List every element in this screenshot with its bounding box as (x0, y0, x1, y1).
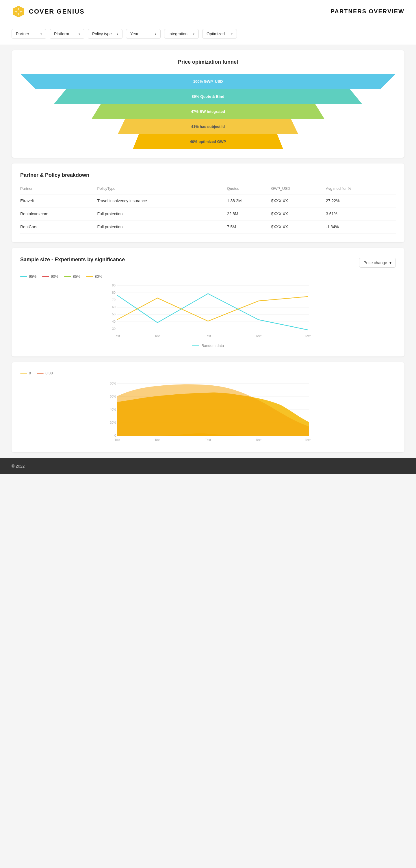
filter-optimized[interactable]: Optimized▾ (202, 29, 237, 39)
area-chart-wrap: 80% 60% 40% 20% 0 Text Text Text Text Te… (20, 379, 396, 443)
svg-text:0: 0 (114, 434, 116, 437)
table-row: Rentalcars.comFull protection22.8M$XXX.X… (20, 208, 396, 220)
filters-bar: Partner▾Platform▾Policy type▾Year▾Integr… (0, 23, 416, 44)
table-row: EtraveliTravel insolvency insurance1.38.… (20, 194, 396, 208)
page-title: PARTNERS OVERVIEW (331, 8, 405, 15)
svg-text:Text: Text (305, 438, 311, 441)
line-chart-svg: 90 80 70 60 50 40 30 Text Text Text Text… (20, 282, 396, 340)
table-body: EtraveliTravel insolvency insurance1.38.… (20, 194, 396, 234)
chevron-down-icon: ▾ (231, 32, 233, 36)
area-chart-card: 00.38 80% 60% 40% 20% 0 Text Text Text T (11, 362, 405, 452)
svg-point-2 (17, 10, 20, 13)
svg-text:70: 70 (112, 298, 115, 302)
chevron-down-icon: ▾ (155, 32, 156, 36)
chevron-down-icon: ▾ (40, 32, 42, 36)
filter-label-policy_type: Policy type (92, 32, 112, 36)
svg-text:Text: Text (305, 334, 311, 338)
table-row: RentCarsFull protection7.5M$XXX.XX-1.34% (20, 220, 396, 234)
legend-item-85%: 85% (64, 274, 80, 279)
legend-line-icon (86, 276, 93, 277)
price-change-label: Price change (363, 260, 387, 265)
legend-line-icon (20, 276, 27, 277)
funnel-step-4: 40% optimized GWP (133, 134, 283, 149)
funnel-container: 100% GWP_USD89% Quote & Bind47% BW integ… (20, 74, 396, 149)
header: COVER GENIUS PARTNERS OVERVIEW (0, 0, 416, 23)
logo-area: COVER GENIUS (11, 5, 84, 19)
svg-text:Text: Text (205, 438, 211, 441)
filter-label-partner: Partner (16, 32, 29, 36)
legend-item-90%: 90% (42, 274, 58, 279)
filter-year[interactable]: Year▾ (126, 29, 161, 39)
svg-text:20%: 20% (110, 421, 116, 424)
filter-label-year: Year (130, 32, 138, 36)
experiment-legend: 95%90%85%80% (20, 274, 396, 279)
experiments-chart-card: Sample size - Experiments by significanc… (11, 248, 405, 356)
svg-text:50: 50 (112, 312, 115, 316)
svg-text:Text: Text (114, 438, 120, 441)
filter-label-integration: Integration (168, 32, 187, 36)
partner-breakdown-table: PartnerPolicyTypeQuotesGWP_USDAvg modifi… (20, 184, 396, 234)
svg-text:60%: 60% (110, 395, 116, 398)
experiment-line-chart: 90 80 70 60 50 40 30 Text Text Text Text… (20, 282, 396, 341)
partner-breakdown-card: Partner & Policy breakdown PartnerPolicy… (11, 163, 405, 242)
filter-platform[interactable]: Platform▾ (50, 29, 84, 39)
chevron-down-icon: ▾ (117, 32, 118, 36)
funnel-card: Price opimization funnel 100% GWP_USD89%… (11, 50, 405, 158)
svg-text:Text: Text (154, 334, 160, 338)
funnel-step-0: 100% GWP_USD (20, 74, 396, 89)
chevron-down-icon: ▾ (389, 260, 391, 265)
svg-text:Text: Text (205, 334, 211, 338)
svg-text:Text: Text (256, 334, 262, 338)
svg-text:90: 90 (112, 283, 115, 287)
funnel-step-1: 89% Quote & Bind (54, 89, 362, 104)
partner-breakdown-title: Partner & Policy breakdown (20, 172, 396, 178)
area-chart-svg: 80% 60% 40% 20% 0 Text Text Text Text Te… (20, 379, 396, 442)
filter-policy_type[interactable]: Policy type▾ (88, 29, 123, 39)
table-col-gwp_usd: GWP_USD (271, 184, 326, 194)
svg-text:40: 40 (112, 320, 115, 323)
legend-item-95%: 95% (20, 274, 36, 279)
svg-text:80: 80 (112, 291, 115, 294)
svg-text:80%: 80% (110, 382, 116, 385)
area-legend-line-icon (37, 373, 44, 374)
funnel-title: Price opimization funnel (20, 59, 396, 65)
filter-label-optimized: Optimized (207, 32, 225, 36)
table-header: PartnerPolicyTypeQuotesGWP_USDAvg modifi… (20, 184, 396, 194)
chart-header: Sample size - Experiments by significanc… (20, 257, 396, 269)
funnel-step-2: 47% BW integrated (92, 104, 324, 119)
svg-text:Text: Text (256, 438, 262, 441)
footer-copyright: © 2022 (11, 464, 25, 468)
filter-label-platform: Platform (54, 32, 69, 36)
experiments-chart-title: Sample size - Experiments by significanc… (20, 257, 125, 263)
price-change-dropdown[interactable]: Price change ▾ (359, 258, 396, 268)
svg-text:Text: Text (154, 438, 160, 441)
table-col-quotes: Quotes (227, 184, 271, 194)
svg-text:60: 60 (112, 305, 115, 309)
area-legend-item-0: 0 (20, 371, 31, 375)
area-legend-item-0.38: 0.38 (37, 371, 53, 375)
chevron-down-icon: ▾ (78, 32, 80, 36)
table-col-partner: Partner (20, 184, 97, 194)
cover-genius-logo-icon (11, 5, 26, 19)
chevron-down-icon: ▾ (193, 32, 195, 36)
svg-text:Text: Text (114, 334, 120, 338)
random-data-line-icon (192, 345, 199, 346)
footer: © 2022 (0, 458, 416, 474)
table-col-policytype: PolicyType (97, 184, 227, 194)
filter-integration[interactable]: Integration▾ (164, 29, 199, 39)
legend-line-icon (64, 276, 71, 277)
legend-line-icon (42, 276, 49, 277)
logo-text: COVER GENIUS (29, 8, 84, 16)
funnel-step-3: 41% has subject id (118, 119, 298, 134)
table-col-avg-modifier-%: Avg modifier % (326, 184, 396, 194)
area-legend-line-icon (20, 373, 27, 374)
random-data-label: Random data (20, 343, 396, 348)
legend-item-80%: 80% (86, 274, 102, 279)
area-chart-legend: 00.38 (20, 371, 396, 375)
filter-partner[interactable]: Partner▾ (11, 29, 46, 39)
svg-text:40%: 40% (110, 408, 116, 411)
svg-text:30: 30 (112, 327, 115, 331)
